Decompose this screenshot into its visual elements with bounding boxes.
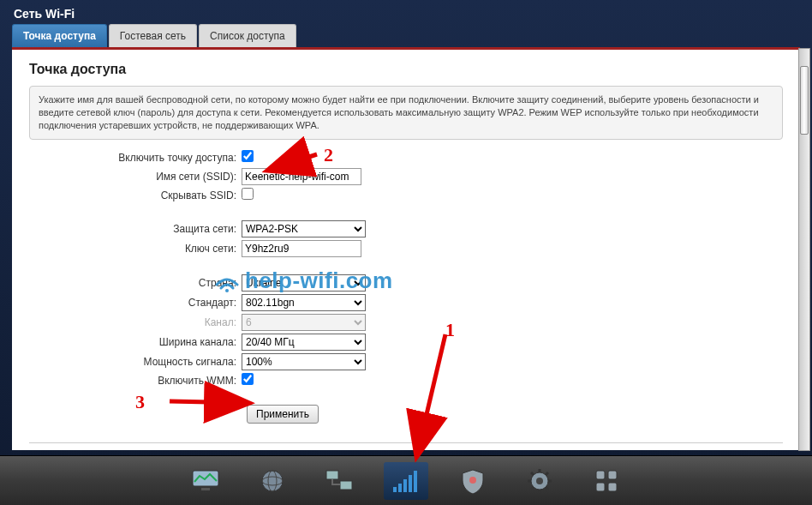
svg-rect-5 (326, 471, 338, 479)
input-ssid[interactable] (242, 168, 361, 185)
tabs: Точка доступа Гостевая сеть Список досту… (12, 24, 812, 47)
nav-network[interactable] (317, 462, 361, 500)
label-country: Страна: (29, 277, 242, 289)
select-country[interactable]: Ukraine (242, 274, 366, 292)
shield-icon (461, 468, 485, 494)
tab-access-point[interactable]: Точка доступа (12, 24, 107, 47)
select-width[interactable]: 20/40 МГц (242, 334, 366, 351)
label-channel: Канал: (29, 316, 242, 328)
nav-globe[interactable] (250, 462, 295, 500)
label-standard: Стандарт: (29, 297, 242, 309)
info-box: Укажите имя для вашей беспроводной сети,… (29, 86, 783, 140)
apply-button[interactable]: Применить (247, 405, 319, 424)
network-icon (325, 469, 354, 493)
section-heading: Точка доступа (29, 62, 783, 77)
scrollbar[interactable] (798, 48, 810, 451)
nav-settings[interactable] (517, 462, 562, 500)
annotation-3: 3 (135, 391, 145, 413)
label-enable-ap: Включить точку доступа: (29, 152, 242, 164)
nav-shield[interactable] (451, 462, 495, 500)
svg-rect-25 (596, 483, 605, 491)
svg-rect-11 (414, 471, 417, 492)
scroll-thumb[interactable] (800, 66, 809, 135)
svg-rect-23 (596, 471, 605, 479)
content-area: Точка доступа Укажите имя для вашей бесп… (12, 47, 800, 450)
label-ssid: Имя сети (SSID): (29, 171, 242, 183)
page-title: Сеть Wi-Fi (0, 0, 812, 24)
svg-point-2 (262, 471, 283, 491)
svg-point-14 (536, 478, 543, 484)
svg-rect-26 (608, 483, 617, 491)
wifi-bars-icon (391, 468, 421, 494)
apps-icon (594, 469, 618, 493)
select-channel: 6 (242, 314, 366, 331)
label-width: Ширина канала: (29, 336, 242, 348)
label-security: Защита сети: (29, 223, 242, 235)
checkbox-enable-ap[interactable] (242, 150, 254, 162)
svg-line-20 (546, 487, 548, 490)
select-power[interactable]: 100% (242, 353, 366, 370)
svg-rect-24 (608, 471, 617, 479)
checkbox-hide-ssid[interactable] (242, 188, 254, 200)
select-security[interactable]: WPA2-PSK (242, 220, 366, 237)
nav-apps[interactable] (584, 462, 629, 500)
svg-rect-10 (409, 475, 412, 492)
label-power: Мощность сигнала: (29, 356, 242, 368)
checkbox-wmm[interactable] (242, 373, 254, 385)
svg-rect-7 (393, 487, 397, 492)
monitor-icon (191, 469, 220, 493)
svg-line-21 (546, 472, 548, 475)
svg-rect-1 (201, 488, 210, 490)
bottom-nav (0, 455, 812, 505)
svg-line-19 (531, 472, 534, 475)
label-wmm: Включить WMM: (29, 375, 242, 387)
svg-line-22 (531, 487, 534, 490)
nav-wifi[interactable] (384, 462, 428, 500)
select-standard[interactable]: 802.11bgn (242, 294, 366, 311)
input-key[interactable] (242, 240, 361, 257)
svg-rect-9 (403, 479, 407, 492)
gear-icon (527, 468, 552, 494)
globe-icon (260, 468, 285, 494)
separator (29, 442, 783, 443)
tab-guest-network[interactable]: Гостевая сеть (109, 24, 197, 47)
tab-access-list[interactable]: Список доступа (199, 24, 296, 47)
nav-monitor[interactable] (183, 462, 228, 500)
annotation-1: 1 (445, 319, 455, 341)
svg-point-12 (469, 477, 476, 484)
svg-rect-8 (398, 484, 402, 492)
annotation-2: 2 (324, 144, 333, 166)
label-key: Ключ сети: (29, 243, 242, 255)
label-hide-ssid: Скрывать SSID: (29, 189, 242, 201)
svg-rect-6 (340, 481, 352, 490)
